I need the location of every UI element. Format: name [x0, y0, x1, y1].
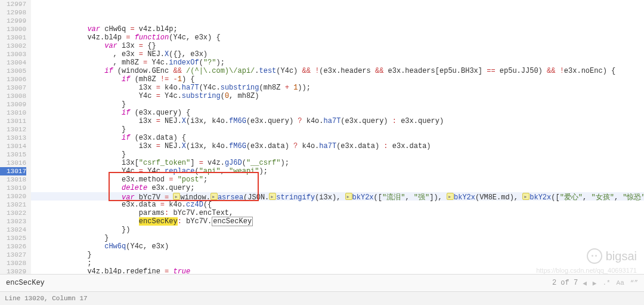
code-line[interactable]: v4z.bl4p = function(Y4c, e3x) { — [31, 33, 644, 42]
line-number: 13009 — [0, 100, 26, 109]
line-number: 13029 — [0, 267, 26, 274]
line-number: 13027 — [0, 251, 26, 259]
code-line[interactable]: if (e3x.query) { — [31, 109, 644, 117]
line-number: 13018 — [0, 175, 26, 184]
code-editor: 1299712998129991300013001130021300313004… — [0, 0, 644, 305]
code-line[interactable]: encSecKey: bYc7V.encSecKey — [31, 217, 644, 226]
fold-pip-icon[interactable] — [173, 193, 180, 200]
code-line[interactable]: , e3x = NEJ.X({}, e3x) — [31, 50, 644, 58]
fold-pip-icon[interactable] — [269, 193, 276, 200]
line-number: 12997 — [0, 0, 26, 8]
line-number: 13005 — [0, 67, 26, 75]
code-line[interactable]: var bYc7V = window.asrsea(JSON.stringify… — [31, 192, 644, 201]
code-line[interactable]: cHw6q(Y4c, e3x) — [31, 242, 644, 251]
fold-pip-icon[interactable] — [210, 193, 218, 200]
line-number: 13013 — [0, 134, 26, 142]
line-number: 13006 — [0, 75, 26, 84]
line-number: 13014 — [0, 142, 26, 150]
code-line[interactable]: if (window.GEnc && /(^|\.com)\/api/.test… — [31, 67, 644, 75]
code-line[interactable]: i3x = NEJ.X(i3x, k4o.fM6G(e3x.data) ? k4… — [31, 142, 644, 150]
search-case-toggle[interactable]: Aa — [615, 279, 626, 286]
search-word-toggle[interactable]: “” — [629, 279, 639, 286]
fold-pip-icon[interactable] — [345, 193, 352, 200]
line-number: 13007 — [0, 84, 26, 92]
code-line[interactable]: }) — [31, 226, 644, 234]
code-line[interactable]: } — [31, 100, 644, 109]
code-line[interactable]: } — [31, 150, 644, 159]
line-number: 13028 — [0, 259, 26, 267]
line-number: 13016 — [0, 159, 26, 167]
line-number: 13020 — [0, 192, 26, 201]
line-number: 13024 — [0, 226, 26, 234]
search-next-icon[interactable]: ▶ — [592, 279, 598, 287]
search-input[interactable] — [5, 278, 552, 288]
code-area[interactable]: 1299712998129991300013001130021300313004… — [0, 0, 644, 274]
status-cursor: Line 13020, Column 17 — [5, 295, 88, 302]
code-line[interactable]: i3x = NEJ.X(i3x, k4o.fM6G(e3x.query) ? k… — [31, 117, 644, 125]
line-number: 13011 — [0, 117, 26, 125]
code-line[interactable]: var i3x = {} — [31, 42, 644, 50]
code-line[interactable]: } — [31, 125, 644, 134]
code-line[interactable]: Y4c = Y4c.replace("api", "weapi"); — [31, 167, 644, 175]
code-line[interactable]: delete e3x.query; — [31, 184, 644, 192]
line-number: 13012 — [0, 125, 26, 134]
fold-pip-icon[interactable] — [447, 193, 454, 200]
code-line[interactable]: if (e3x.data) { — [31, 134, 644, 142]
code-line[interactable]: e3x.method = "post"; — [31, 175, 644, 184]
line-number: 13025 — [0, 234, 26, 242]
code-line[interactable]: params: bYc7V.encText, — [31, 209, 644, 217]
line-number: 13004 — [0, 58, 26, 67]
line-number: 13021 — [0, 201, 26, 209]
code-content[interactable]: var cHw6q = v4z.bl4p; v4z.bl4p = functio… — [31, 0, 644, 274]
line-number: 13003 — [0, 50, 26, 58]
code-line[interactable]: var cHw6q = v4z.bl4p; — [31, 25, 644, 33]
code-line[interactable]: v4z.bl4p.redefine = true — [31, 267, 644, 274]
line-number: 13001 — [0, 33, 26, 42]
line-number: 13008 — [0, 92, 26, 100]
search-prev-icon[interactable]: ◀ — [581, 279, 588, 287]
code-line[interactable]: i3x = k4o.ha7T(Y4c.substring(mh8Z + 1)); — [31, 84, 644, 92]
search-match-count: 2 of 7 — [552, 279, 578, 287]
line-number: 12998 — [0, 8, 26, 17]
fold-pip-icon[interactable] — [522, 193, 530, 200]
line-number: 13002 — [0, 42, 26, 50]
line-number: 13010 — [0, 109, 26, 117]
line-number: 13026 — [0, 242, 26, 251]
search-regex-toggle[interactable]: .* — [601, 279, 611, 286]
line-number: 13022 — [0, 209, 26, 217]
code-line[interactable]: Y4c = Y4c.substring(0, mh8Z) — [31, 92, 644, 100]
line-number: 13015 — [0, 150, 26, 159]
code-line[interactable]: if (mh8Z != -1) { — [31, 75, 644, 84]
code-line[interactable]: } — [31, 251, 644, 259]
line-number: 12999 — [0, 17, 26, 25]
code-line[interactable]: , mh8Z = Y4c.indexOf("?"); — [31, 58, 644, 67]
line-number: 13000 — [0, 25, 26, 33]
code-line[interactable]: i3x["csrf_token"] = v4z.gJ6D("__csrf"); — [31, 159, 644, 167]
status-bar: Line 13020, Column 17 — [0, 291, 644, 305]
search-bar: 2 of 7 ◀ ▶ .* Aa “” — [0, 274, 644, 291]
line-number: 13019 — [0, 184, 26, 192]
code-line[interactable]: } — [31, 234, 644, 242]
search-meta: 2 of 7 ◀ ▶ .* Aa “” — [552, 279, 639, 287]
code-line[interactable]: e3x.data = k4o.cz4D({ — [31, 201, 644, 209]
line-number-gutter: 1299712998129991300013001130021300313004… — [0, 0, 31, 274]
line-number: 13017 — [0, 167, 26, 175]
code-line[interactable]: ; — [31, 259, 644, 267]
line-number: 13023 — [0, 217, 26, 226]
